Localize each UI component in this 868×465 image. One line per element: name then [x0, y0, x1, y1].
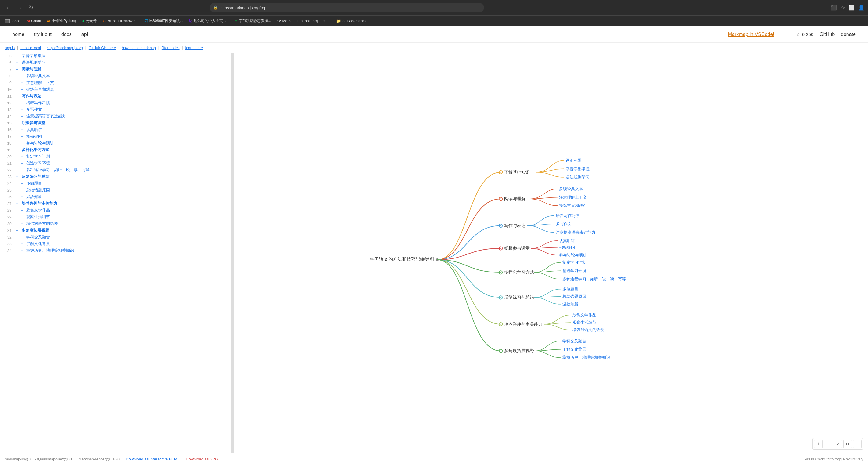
more-bookmarks-button[interactable]: »: [321, 18, 327, 24]
line-number-19: 19: [2, 147, 11, 153]
line-number-9: 9: [2, 80, 11, 86]
editor-line-33: 33 － 了解文化背景: [0, 241, 231, 248]
branch-3-c2: 多写作文: [556, 222, 571, 226]
line-number-32: 32: [2, 234, 11, 241]
bookmark-ai[interactable]: Ai 小蜂AI(Python): [44, 18, 79, 24]
line-content-13: － 多写作文: [15, 107, 229, 113]
branch-4-c3: 参与讨论与演讲: [559, 253, 587, 257]
address-bar[interactable]: 🔒 https://markmap.js.org/repl: [210, 3, 484, 12]
vscode-link[interactable]: Markmap in VSCode!: [728, 32, 774, 37]
breadcrumb-link-5[interactable]: how to use markmap: [122, 46, 156, 50]
editor-line-10: 10 － 提炼主旨和观点: [0, 87, 231, 93]
branch-5-c2-path: [534, 271, 561, 272]
editor-line-7: 7 － 阅读与理解: [0, 66, 231, 73]
cast-icon[interactable]: ⬛: [831, 5, 837, 11]
bookmark-gzh[interactable]: ● 公众号: [80, 18, 99, 24]
line-content-7: － 阅读与理解: [15, 66, 229, 73]
bookmark-httpbin[interactable]: h httpbin.org: [295, 18, 320, 24]
branch-4-path: [437, 249, 501, 260]
line-content-20: － 制定学习计划: [15, 154, 229, 160]
line-content-10: － 提炼主旨和观点: [15, 87, 229, 93]
breadcrumb-link-6[interactable]: filter nodes: [162, 46, 180, 50]
bookmark-maps[interactable]: 🗺 Maps: [275, 18, 294, 24]
line-content-11: － 写作与表达: [15, 93, 229, 100]
nav-try-it-out[interactable]: try it out: [34, 32, 52, 37]
bookmark-bruce[interactable]: C Bruce_Liuxiaowei...: [100, 18, 141, 24]
nav-right: ☆ 6,250 GitHub donate: [796, 32, 856, 37]
branch-4-c1: 认真听讲: [559, 238, 575, 243]
branch-3-c2-path: [527, 224, 554, 226]
root-label: 学习语文的方法和技巧思维导图: [370, 256, 434, 261]
branch-2-c2: 注意理解上下文: [559, 195, 587, 200]
nav-home[interactable]: home: [12, 32, 24, 37]
branch-4-c2: 积极提问: [559, 245, 575, 250]
editor-line-18: 18 － 参与讨论与演讲: [0, 140, 231, 147]
zoom-reset-button[interactable]: ⊡: [843, 440, 852, 448]
zi-icon: ✦: [235, 19, 238, 23]
line-number-12: 12: [2, 100, 11, 107]
editor-panel[interactable]: 5 － 字音字形掌握 6 － 语法规则学习 7 － 阅读与理解 8 － 多读经典…: [0, 53, 232, 465]
bookmark-bruce-label: Bruce_Liuxiaowei...: [107, 19, 138, 23]
branch-6-c1: 多做题目: [562, 287, 578, 291]
line-number-23: 23: [2, 174, 11, 180]
line-content-28: － 欣赏文学作品: [15, 207, 229, 214]
line-number-29: 29: [2, 214, 11, 221]
all-bookmarks-button[interactable]: 📁 All Bookmarks: [334, 18, 368, 24]
nav-donate[interactable]: donate: [841, 32, 856, 37]
branch-8-label: 多角度拓展视野: [504, 348, 534, 353]
bookmark-zi[interactable]: ✦ 字节跳动静态资源...: [232, 18, 274, 24]
gzh-icon: ●: [82, 19, 85, 23]
editor-line-16: 16 － 认真听讲: [0, 127, 231, 134]
branch-6-label: 反复练习与总结: [504, 295, 534, 300]
refresh-button[interactable]: ↻: [27, 3, 35, 12]
branch-2-c1: 多读经典文本: [559, 186, 583, 191]
branch-2-c3-path: [529, 199, 558, 206]
line-content-21: － 创造学习环境: [15, 161, 229, 167]
line-content-6: － 语法规则学习: [15, 60, 229, 66]
line-number-26: 26: [2, 194, 11, 200]
back-button[interactable]: ←: [4, 3, 13, 12]
line-number-22: 22: [2, 167, 11, 174]
line-number-15: 15: [2, 120, 11, 127]
download-html-link[interactable]: Download as interactive HTML: [126, 457, 180, 461]
zoom-out-button[interactable]: －: [824, 440, 832, 448]
editor-line-31: 31 － 多角度拓展视野: [0, 228, 231, 234]
bookmark-apps[interactable]: Apps: [2, 17, 23, 25]
branch-3-c1: 培养写作习惯: [555, 213, 580, 218]
zoom-in-button[interactable]: +: [814, 440, 823, 448]
main-content: 5 － 字音字形掌握 6 － 语法规则学习 7 － 阅读与理解 8 － 多读经典…: [0, 53, 868, 465]
branch-1-c1: 词汇积累: [566, 158, 582, 163]
nav-github[interactable]: GitHub: [819, 32, 835, 37]
nav-api[interactable]: api: [82, 32, 88, 37]
breadcrumb-link-1[interactable]: app.js: [5, 46, 14, 50]
tab-icon[interactable]: ⬜: [848, 5, 855, 11]
line-number-24: 24: [2, 181, 11, 187]
line-content-15: － 积极参与课堂: [15, 120, 229, 127]
bookmark-da[interactable]: 达 达尔司的个人主页 -...: [186, 18, 230, 24]
bookmark-gmail[interactable]: M Gmail: [24, 18, 43, 24]
zoom-fit-button[interactable]: ⤢: [834, 440, 842, 448]
breadcrumb-link-7[interactable]: learn more: [185, 46, 203, 50]
line-content-9: － 注意理解上下文: [15, 80, 229, 86]
bookmark-ms[interactable]: 刀 MS08067网安知识...: [142, 18, 185, 24]
breadcrumb-link-2[interactable]: to build local: [21, 46, 41, 50]
profile-icon[interactable]: 👤: [858, 5, 864, 11]
mindmap-panel[interactable]: 学习语文的方法和技巧思维导图 了解基础知识 词汇积累 字音字形掌握 语法规则学习…: [234, 53, 868, 465]
bookmark-maps-label: Maps: [282, 19, 291, 23]
fullscreen-button[interactable]: ⛶: [853, 440, 862, 448]
line-content-26: － 温故知新: [15, 194, 229, 200]
breadcrumb-link-3[interactable]: https://markmap.js.org: [46, 46, 83, 50]
line-number-17: 17: [2, 134, 11, 140]
line-number-21: 21: [2, 161, 11, 167]
editor-line-20: 20 － 制定学习计划: [0, 154, 231, 161]
star-icon[interactable]: ☆: [841, 5, 845, 11]
breadcrumb-link-4[interactable]: GitHub Gist here: [89, 46, 116, 50]
line-number-11: 11: [2, 93, 11, 100]
line-number-25: 25: [2, 187, 11, 194]
line-content-31: － 多角度拓展视野: [15, 228, 229, 234]
branch-1-c3-path: [536, 172, 564, 177]
nav-docs[interactable]: docs: [61, 32, 72, 37]
forward-button[interactable]: →: [15, 3, 24, 12]
download-svg-link[interactable]: Download as SVG: [186, 457, 218, 461]
star-count-widget[interactable]: ☆ 6,250: [796, 32, 814, 37]
